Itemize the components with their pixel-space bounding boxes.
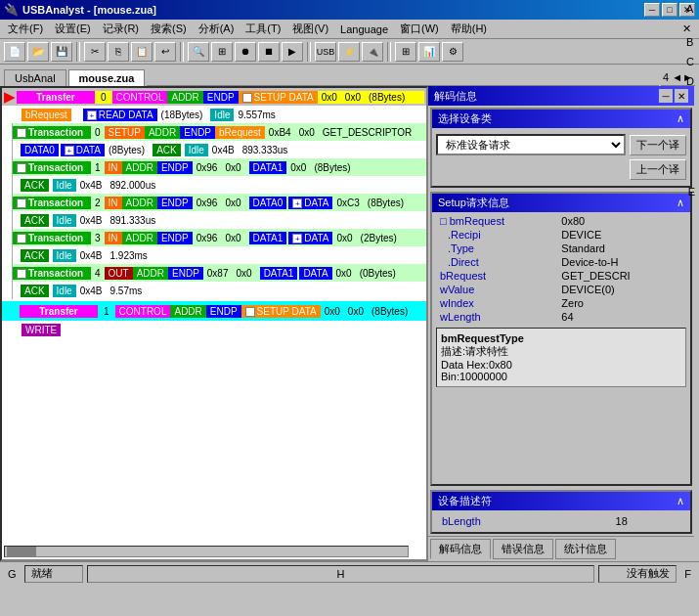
trans-1-dsize: (8Bytes) — [310, 161, 354, 174]
cyan-indicator — [4, 304, 18, 318]
menu-settings[interactable]: 设置(E) — [49, 20, 97, 38]
tb-grid[interactable]: ⊞ — [395, 42, 416, 62]
status-center: H — [87, 565, 595, 583]
panel-min-btn[interactable]: ─ — [659, 89, 673, 103]
tb-new[interactable]: 📄 — [4, 42, 25, 62]
toolbar: 📄 📂 💾 ✂ ⎘ 📋 ↩ 🔍 ⊞ ⏺ ⏹ ▶ USB ⚡ 🔌 ⊞ 📊 ⚙ — [0, 39, 699, 65]
label-h-text: H — [336, 568, 344, 580]
h-scroll-thumb[interactable] — [7, 547, 36, 556]
menu-analyze[interactable]: 分析(A) — [193, 20, 240, 38]
next-translate-btn[interactable]: 下一个译 — [630, 135, 686, 155]
tb-config[interactable]: ⚙ — [442, 42, 463, 62]
idle-tag-2b: Idle — [53, 214, 76, 227]
tb-copy[interactable]: ⎘ — [108, 42, 129, 62]
bmrequest-desc-line2: Data Hex:0x80 — [441, 359, 681, 371]
trans-1-endp: 0x0 — [221, 161, 244, 174]
label-b: B — [683, 35, 697, 49]
tab-error-info[interactable]: 错误信息 — [493, 539, 553, 559]
tb-sep1 — [76, 42, 80, 62]
field-type-val: Standard — [557, 242, 686, 255]
right-panel-title: 解码信息 ─ ✕ — [428, 86, 694, 106]
transaction-label-2: +Transaction — [13, 197, 91, 209]
idle-tag-4b: Idle — [53, 285, 76, 297]
trans-4-addr-tag: ADDR — [133, 267, 168, 280]
field-direct-name: .Direct — [436, 255, 557, 269]
trans-3-dsize: (2Bytes) — [357, 232, 401, 244]
tb-undo[interactable]: ↩ — [154, 42, 176, 62]
tb-record[interactable]: ⏺ — [235, 42, 256, 62]
setup-in-tag: SETUP — [105, 126, 145, 139]
field-bmrequest-name: □ bmRequest — [436, 214, 557, 228]
menu-help[interactable]: 帮助(H) — [445, 20, 493, 38]
title-text: 🔌 USBAnalyst - [mouse.zua] — [4, 3, 156, 17]
device-desc-header: 设备描述符 ∧ — [432, 492, 690, 510]
tb-search[interactable]: 🔍 — [188, 42, 209, 62]
endp-tag: ENDP — [203, 91, 239, 104]
maximize-button[interactable]: □ — [662, 3, 677, 17]
transaction-label-3: +Transaction — [13, 232, 91, 244]
table-row: □ bmRequest 0x80 — [436, 214, 686, 228]
expand-icon-2[interactable]: ∧ — [677, 197, 684, 209]
menu-view[interactable]: 视图(V) — [286, 20, 334, 38]
trans-2-d0val: 0xC3 — [332, 197, 363, 209]
tb-usb2[interactable]: ⚡ — [338, 42, 360, 62]
tb-usb3[interactable]: 🔌 — [362, 42, 383, 62]
tb-play[interactable]: ▶ — [282, 42, 303, 62]
trans-1-endp-tag: ENDP — [157, 161, 193, 174]
trans-2-dsize: (8Bytes) — [364, 197, 408, 209]
device-select-dropdown[interactable]: 标准设备请求 — [436, 134, 626, 155]
trans-1-id: 1 — [91, 161, 105, 174]
panel-controls: ─ ✕ — [659, 89, 688, 103]
control-tag: CONTROL — [112, 91, 168, 104]
addr-tag-1: ADDR — [170, 305, 205, 318]
data-tag-4: DATA — [299, 267, 331, 280]
field-wvalue-val: DEVICE(0) — [557, 283, 686, 296]
data1-tag-3: DATA1 — [249, 232, 287, 244]
minimize-button[interactable]: ─ — [644, 3, 660, 17]
expand-icon-3[interactable]: ∧ — [677, 495, 684, 507]
tb-paste[interactable]: 📋 — [131, 42, 153, 62]
trans-3-ack-row: ACK Idle 0x4B 1.923ms — [13, 246, 426, 264]
in-tag-1: IN — [105, 161, 122, 174]
tb-stop[interactable]: ⏹ — [258, 42, 280, 62]
data-size-0: (8Bytes) — [365, 91, 409, 104]
idle-time-4b: 9.57ms — [106, 285, 146, 297]
plus-setup-tag: +SETUP DATA — [239, 91, 318, 104]
transaction-1-header: +Transaction 1 IN ADDR ENDP 0x96 0x0 DAT… — [13, 158, 426, 176]
tb-open[interactable]: 📂 — [27, 42, 49, 62]
field-recipi-name: .Recipi — [436, 228, 557, 242]
field-recipi-val: DEVICE — [557, 228, 686, 242]
idle-tag-t0: Idle — [185, 144, 208, 156]
tb-cut[interactable]: ✂ — [84, 42, 106, 62]
menu-window[interactable]: 窗口(W) — [394, 20, 445, 38]
transaction-0-block: +Transaction 0 SETUP ADDR ENDP bRequest … — [12, 123, 426, 158]
data-tag-0: +DATA — [61, 144, 105, 156]
transaction-label-4: +Transaction — [13, 267, 91, 280]
tb-chart[interactable]: 📊 — [418, 42, 440, 62]
data-tag-3: +DATA — [288, 232, 332, 244]
tb-filter[interactable]: ⊞ — [211, 42, 233, 62]
expand-icon[interactable]: ∧ — [677, 112, 684, 125]
tb-save[interactable]: 💾 — [51, 42, 72, 62]
setup-tag-1: +SETUP DATA — [241, 305, 321, 318]
breq-tag: bRequest — [22, 109, 71, 121]
tab-decode-info[interactable]: 解码信息 — [430, 539, 491, 559]
tab-usbanalyst[interactable]: UsbAnal — [4, 69, 66, 86]
menu-tools[interactable]: 工具(T) — [240, 20, 286, 38]
menu-bar: 文件(F) 设置(E) 记录(R) 搜索(S) 分析(A) 工具(T) 视图(V… — [0, 20, 699, 39]
transfer-0-sub-row: bRequest +READ DATA (18Bytes) Idle 9.557… — [2, 106, 426, 123]
menu-record[interactable]: 记录(R) — [97, 20, 145, 38]
panel-close-btn[interactable]: ✕ — [675, 89, 688, 103]
horizontal-scrollbar[interactable] — [4, 546, 409, 557]
menu-language[interactable]: Language — [334, 22, 394, 37]
prev-translate-btn[interactable]: 上一个译 — [630, 159, 686, 180]
tb-usb1[interactable]: USB — [315, 42, 336, 62]
table-row: wIndex Zero — [436, 296, 686, 310]
trans-2-addr: 0x96 — [193, 197, 222, 209]
menu-file[interactable]: 文件(F) — [2, 20, 49, 38]
prev-btn-row: 上一个译 — [436, 159, 686, 180]
menu-search[interactable]: 搜索(S) — [145, 20, 193, 38]
setup-request-section: Setup请求信息 ∧ □ bmRequest 0x80 .Recipi DEV… — [430, 192, 692, 486]
tab-mouse-zua[interactable]: mouse.zua — [68, 69, 146, 86]
tab-stats-info[interactable]: 统计信息 — [555, 539, 616, 559]
